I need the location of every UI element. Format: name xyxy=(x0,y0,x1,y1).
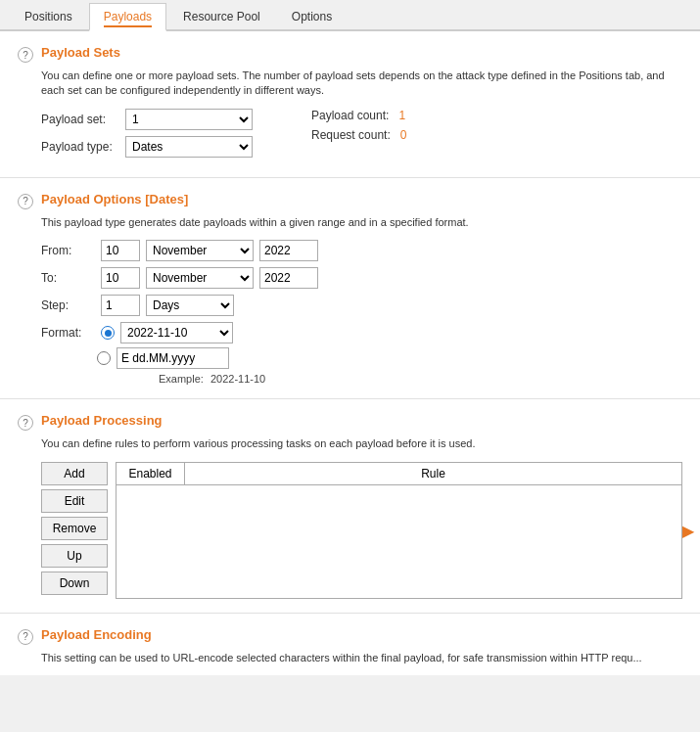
request-count-label: Request count: xyxy=(311,128,391,142)
payload-encoding-section: ? Payload Encoding This setting can be u… xyxy=(0,614,700,675)
payload-options-form: From: November JanuaryFebruaryMarch Apri… xyxy=(41,240,682,385)
step-unit-select[interactable]: Days Weeks Months Years xyxy=(146,295,234,316)
table-header: Enabled Rule xyxy=(117,463,681,485)
step-value-input[interactable] xyxy=(101,295,140,316)
payload-set-label: Payload set: xyxy=(41,113,119,126)
play-arrow-icon: ▶ xyxy=(682,521,694,539)
payload-count-value: 1 xyxy=(398,109,405,122)
col-enabled-header: Enabled xyxy=(117,463,185,484)
payload-encoding-header: ? Payload Encoding xyxy=(18,627,682,645)
table-body xyxy=(117,485,681,593)
tabs-bar: Positions Payloads Resource Pool Options xyxy=(0,0,700,31)
payload-encoding-title: Payload Encoding xyxy=(41,627,152,642)
payload-processing-header: ? Payload Processing xyxy=(18,413,682,431)
payload-options-help-icon[interactable]: ? xyxy=(18,194,33,209)
to-day-input[interactable] xyxy=(101,267,140,289)
processing-table: Enabled Rule xyxy=(116,462,682,599)
processing-buttons: Add Edit Remove Up Down xyxy=(41,462,108,599)
from-row: From: November JanuaryFebruaryMarch Apri… xyxy=(41,240,682,261)
step-row: Step: Days Weeks Months Years xyxy=(41,295,682,316)
col-rule-header: Rule xyxy=(185,463,681,484)
payload-options-section: ? Payload Options [Dates] This payload t… xyxy=(0,178,700,399)
payload-sets-header: ? Payload Sets xyxy=(18,45,682,63)
payload-set-row: Payload set: 1 xyxy=(41,109,253,130)
tab-positions[interactable]: Positions xyxy=(10,3,87,29)
main-content: ? Payload Sets You can define one or mor… xyxy=(0,31,700,675)
payload-sets-title: Payload Sets xyxy=(41,45,120,60)
payload-count-row: Payload count: 1 xyxy=(311,109,406,122)
example-label: Example: xyxy=(159,373,204,385)
remove-rule-button[interactable]: Remove xyxy=(41,517,108,540)
from-day-input[interactable] xyxy=(101,240,140,261)
payload-count-label: Payload count: xyxy=(311,109,389,122)
payload-processing-section: ? Payload Processing You can define rule… xyxy=(0,399,700,613)
format-label: Format: xyxy=(41,326,95,340)
format-dropdown[interactable]: 2022-11-10 dd/MM/yyyy MM/dd/yyyy yyyy/MM… xyxy=(120,322,233,343)
payload-type-label: Payload type: xyxy=(41,140,119,154)
from-year-input[interactable] xyxy=(259,240,318,261)
format-row-1: Format: 2022-11-10 dd/MM/yyyy MM/dd/yyyy… xyxy=(41,322,682,343)
payload-sets-help-icon[interactable]: ? xyxy=(18,47,33,63)
payload-processing-title: Payload Processing xyxy=(41,413,163,428)
tab-resource-pool[interactable]: Resource Pool xyxy=(168,3,275,29)
tab-options[interactable]: Options xyxy=(277,3,347,29)
format-radio-1[interactable] xyxy=(101,326,115,340)
format-custom-input[interactable] xyxy=(117,347,229,369)
edit-rule-button[interactable]: Edit xyxy=(41,489,108,513)
from-label: From: xyxy=(41,244,95,257)
request-count-value: 0 xyxy=(400,128,407,142)
to-year-input[interactable] xyxy=(259,267,318,289)
down-rule-button[interactable]: Down xyxy=(41,572,108,595)
example-value: 2022-11-10 xyxy=(210,373,265,385)
payload-type-select[interactable]: Dates Simple list Numbers xyxy=(125,136,253,158)
to-month-select[interactable]: November JanuaryFebruaryMarch AprilMayJu… xyxy=(146,267,254,289)
payload-encoding-description: This setting can be used to URL-encode s… xyxy=(41,651,682,665)
payload-set-select[interactable]: 1 xyxy=(125,109,253,130)
example-row: Example: 2022-11-10 xyxy=(159,373,682,385)
processing-table-wrapper: Enabled Rule ▶ xyxy=(116,462,682,599)
payload-processing-help-icon[interactable]: ? xyxy=(18,415,33,431)
add-rule-button[interactable]: Add xyxy=(41,462,108,485)
payload-sets-form: Payload set: 1 Payload type: Dates Simpl… xyxy=(41,109,682,163)
payload-encoding-help-icon[interactable]: ? xyxy=(18,629,33,645)
payload-options-description: This payload type generates date payload… xyxy=(41,215,682,230)
request-count-row: Request count: 0 xyxy=(311,128,406,142)
format-radio-2[interactable] xyxy=(97,351,111,365)
tab-payloads[interactable]: Payloads xyxy=(89,3,166,31)
to-row: To: November JanuaryFebruaryMarch AprilM… xyxy=(41,267,682,289)
up-rule-button[interactable]: Up xyxy=(41,544,108,568)
payload-options-title: Payload Options [Dates] xyxy=(41,192,188,206)
format-section: Format: 2022-11-10 dd/MM/yyyy MM/dd/yyyy… xyxy=(41,322,682,385)
payload-processing-description: You can define rules to perform various … xyxy=(41,436,682,451)
payload-type-row: Payload type: Dates Simple list Numbers xyxy=(41,136,253,158)
format-row-2 xyxy=(95,347,682,369)
from-month-select[interactable]: November JanuaryFebruaryMarch AprilMayJu… xyxy=(146,240,254,261)
processing-body: Add Edit Remove Up Down Enabled Rule ▶ xyxy=(41,462,682,599)
step-label: Step: xyxy=(41,298,95,312)
payload-options-header: ? Payload Options [Dates] xyxy=(18,192,682,209)
to-label: To: xyxy=(41,271,95,285)
payload-sets-section: ? Payload Sets You can define one or mor… xyxy=(0,31,700,178)
payload-sets-description: You can define one or more payload sets.… xyxy=(41,69,682,99)
